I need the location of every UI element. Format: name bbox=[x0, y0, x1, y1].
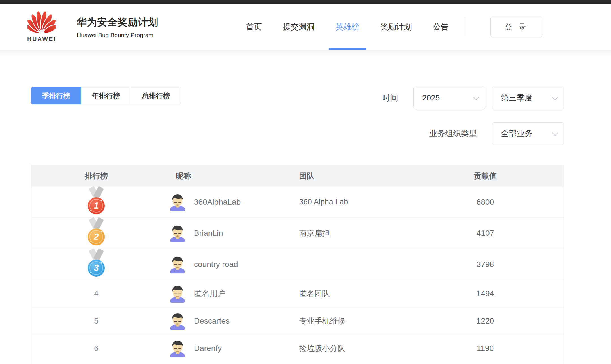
nav-item-submit-vulnerability[interactable]: 提交漏洞 bbox=[283, 4, 315, 50]
table-header-row: 排行榜 昵称 团队 贡献值 bbox=[31, 165, 564, 187]
team-name: 南京扁担 bbox=[299, 229, 330, 237]
org-select-value: 全部业务 bbox=[501, 128, 533, 139]
nav-item-reward-plan[interactable]: 奖励计划 bbox=[380, 4, 412, 50]
org-select[interactable]: 全部业务 bbox=[492, 122, 564, 145]
huawei-wordmark: HUAWEI bbox=[27, 36, 56, 42]
contribution-value: 1220 bbox=[477, 316, 494, 325]
login-button[interactable]: 登 录 bbox=[490, 17, 542, 37]
quarter-select-value: 第三季度 bbox=[501, 93, 533, 103]
avatar bbox=[168, 339, 187, 357]
org-filter-row: 业务组织类型 全部业务 bbox=[382, 122, 564, 145]
brand-text: 华为安全奖励计划 Huawei Bug Bounty Program bbox=[77, 16, 158, 38]
contribution-value: 3798 bbox=[477, 260, 494, 269]
time-filter-row: 时间 2025 第三季度 bbox=[382, 87, 564, 109]
quarter-select[interactable]: 第三季度 bbox=[492, 87, 564, 109]
chevron-down-icon bbox=[552, 94, 558, 100]
bronze-medal-icon: 3 bbox=[86, 251, 106, 278]
site-header: HUAWEI 华为安全奖励计划 Huawei Bug Bounty Progra… bbox=[0, 4, 611, 50]
silver-medal-icon: 2 bbox=[86, 220, 106, 247]
tab-quarter-ranking[interactable]: 季排行榜 bbox=[31, 87, 81, 104]
top-black-bar bbox=[0, 0, 611, 4]
main-nav: 首页 提交漏洞 英雄榜 奖励计划 公告 bbox=[246, 4, 449, 50]
table-row: 3 country road 3798 bbox=[31, 249, 564, 280]
contribution-value: 6800 bbox=[477, 198, 494, 206]
avatar bbox=[168, 255, 187, 273]
nickname[interactable]: BrianLin bbox=[194, 229, 223, 238]
column-header-contribution: 贡献值 bbox=[433, 171, 537, 181]
avatar bbox=[168, 193, 187, 211]
team-name: 匿名团队 bbox=[299, 289, 330, 298]
year-select-value: 2025 bbox=[422, 93, 440, 102]
nickname[interactable]: Descartes bbox=[194, 316, 230, 326]
tab-total-ranking[interactable]: 总排行榜 bbox=[131, 87, 181, 104]
column-header-rank: 排行榜 bbox=[31, 171, 161, 181]
huawei-logo: HUAWEI bbox=[27, 11, 56, 42]
site-subtitle: Huawei Bug Bounty Program bbox=[77, 32, 158, 38]
rank-number: 6 bbox=[94, 344, 99, 353]
table-row: 5 Descartes 专业手机维修 1220 bbox=[31, 307, 564, 335]
nickname[interactable]: country road bbox=[194, 260, 238, 269]
medal-rank-number: 3 bbox=[94, 263, 99, 273]
column-header-nickname: 昵称 bbox=[161, 171, 286, 181]
leaderboard-table: 排行榜 昵称 团队 贡献值 1 360AlphaLab 360 Alpha La… bbox=[31, 165, 564, 364]
rank-number: 5 bbox=[94, 316, 99, 326]
filters: 时间 2025 第三季度 业务组织类型 全部业务 bbox=[382, 87, 564, 145]
org-filter-label: 业务组织类型 bbox=[429, 128, 477, 139]
avatar bbox=[168, 312, 187, 330]
year-select[interactable]: 2025 bbox=[413, 87, 485, 109]
chevron-down-icon bbox=[473, 94, 479, 100]
header-divider bbox=[466, 18, 466, 36]
nav-item-announcements[interactable]: 公告 bbox=[433, 4, 449, 50]
site-title: 华为安全奖励计划 bbox=[77, 16, 158, 29]
team-name: 捡垃圾小分队 bbox=[299, 344, 345, 353]
huawei-flower-icon bbox=[27, 11, 56, 35]
table-next-row-partial bbox=[31, 362, 564, 364]
nickname[interactable]: Darenfy bbox=[194, 344, 222, 353]
ranking-tab-group: 季排行榜 年排行榜 总排行榜 bbox=[31, 87, 181, 104]
nickname[interactable]: 匿名用户 bbox=[194, 288, 226, 299]
nav-item-home[interactable]: 首页 bbox=[246, 4, 262, 50]
medal-rank-number: 2 bbox=[94, 232, 99, 242]
main-content: 季排行榜 年排行榜 总排行榜 时间 2025 第三季度 业务组织类型 全部业务 … bbox=[31, 50, 564, 364]
nav-item-hero-ranking[interactable]: 英雄榜 bbox=[336, 4, 359, 50]
gold-medal-icon: 1 bbox=[86, 189, 106, 215]
column-header-team: 团队 bbox=[286, 171, 433, 181]
table-row: 2 BrianLin 南京扁担 4107 bbox=[31, 218, 564, 249]
contribution-value: 4107 bbox=[477, 229, 494, 237]
team-name: 360 Alpha Lab bbox=[299, 198, 348, 206]
medal-rank-number: 1 bbox=[94, 201, 99, 211]
rank-number: 4 bbox=[94, 289, 99, 298]
table-row: 6 Darenfy 捡垃圾小分队 1190 bbox=[31, 335, 564, 362]
tab-year-ranking[interactable]: 年排行榜 bbox=[81, 87, 131, 104]
table-row: 4 匿名用户 匿名团队 1494 bbox=[31, 280, 564, 307]
contribution-value: 1190 bbox=[477, 344, 494, 353]
time-filter-label: 时间 bbox=[382, 93, 398, 103]
chevron-down-icon bbox=[552, 130, 558, 136]
contribution-value: 1494 bbox=[477, 289, 494, 298]
table-row: 1 360AlphaLab 360 Alpha Lab 6800 bbox=[31, 187, 564, 218]
team-name: 专业手机维修 bbox=[299, 317, 345, 325]
brand[interactable]: HUAWEI 华为安全奖励计划 Huawei Bug Bounty Progra… bbox=[27, 11, 158, 42]
avatar bbox=[168, 224, 187, 242]
avatar bbox=[168, 284, 187, 303]
nickname[interactable]: 360AlphaLab bbox=[194, 198, 241, 207]
